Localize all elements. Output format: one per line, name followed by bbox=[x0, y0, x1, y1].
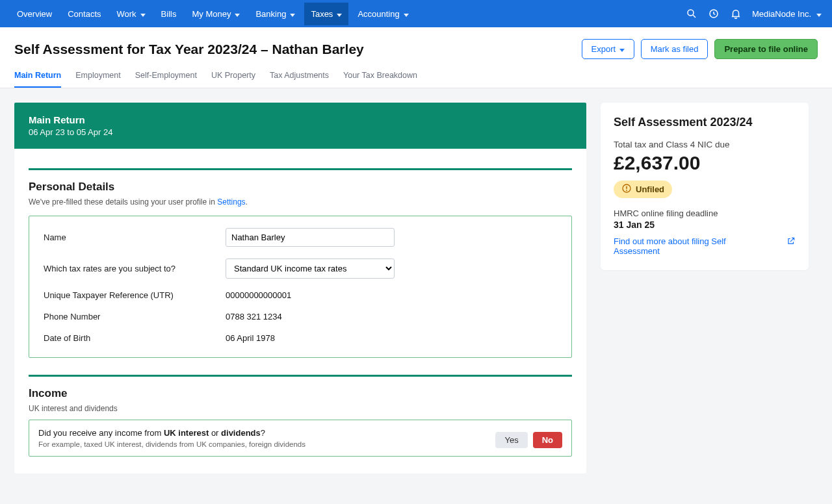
name-label: Name bbox=[44, 233, 226, 242]
utr-label: Unique Taxpayer Reference (UTR) bbox=[44, 290, 226, 300]
nav-banking[interactable]: Banking bbox=[249, 3, 302, 25]
name-input[interactable] bbox=[226, 228, 395, 247]
phone-value: 0788 321 1234 bbox=[226, 312, 557, 321]
personal-details-heading: Personal Details bbox=[29, 181, 572, 194]
prepare-to-file-button[interactable]: Prepare to file online bbox=[714, 39, 818, 59]
tab-uk-property[interactable]: UK Property bbox=[211, 64, 255, 88]
personal-details-subtext: We've pre-filled these details using you… bbox=[29, 197, 572, 207]
nav-work[interactable]: Work bbox=[110, 3, 152, 25]
summary-amount: £2,637.00 bbox=[614, 152, 796, 174]
income-yes-button[interactable]: Yes bbox=[495, 432, 527, 448]
summary-card: Self Assessment 2023/24 Total tax and Cl… bbox=[601, 103, 809, 270]
tab-tax-adjustments[interactable]: Tax Adjustments bbox=[270, 64, 329, 88]
svg-line-1 bbox=[693, 15, 696, 18]
summary-due-label: Total tax and Class 4 NIC due bbox=[614, 140, 796, 149]
search-icon[interactable] bbox=[686, 8, 697, 19]
tab-main-return[interactable]: Main Return bbox=[14, 64, 61, 88]
income-no-button[interactable]: No bbox=[533, 432, 562, 448]
nav-taxes[interactable]: Taxes bbox=[304, 3, 348, 25]
deadline-date: 31 Jan 25 bbox=[614, 220, 796, 230]
income-heading: Income bbox=[29, 387, 572, 400]
utr-value: 00000000000001 bbox=[226, 290, 557, 300]
income-question-hint: For example, taxed UK interest, dividend… bbox=[38, 440, 486, 448]
nav-accounting[interactable]: Accounting bbox=[351, 3, 415, 25]
banner-period: 06 Apr 23 to 05 Apr 24 bbox=[29, 127, 572, 137]
summary-title: Self Assessment 2023/24 bbox=[614, 116, 796, 129]
svg-point-0 bbox=[688, 10, 694, 16]
income-subheading: UK interest and dividends bbox=[29, 404, 572, 413]
period-banner: Main Return 06 Apr 23 to 05 Apr 24 bbox=[14, 103, 586, 149]
bell-icon[interactable] bbox=[730, 8, 742, 19]
tab-self-employment[interactable]: Self-Employment bbox=[135, 64, 197, 88]
deadline-label: HMRC online filing deadline bbox=[614, 208, 796, 218]
dob-value: 06 April 1978 bbox=[226, 333, 557, 343]
external-link-icon bbox=[786, 236, 796, 247]
status-badge: Unfiled bbox=[614, 181, 672, 198]
nav-overview[interactable]: Overview bbox=[10, 3, 58, 25]
nav-my-money[interactable]: My Money bbox=[185, 3, 246, 25]
nav-bills[interactable]: Bills bbox=[155, 3, 183, 25]
tab-employment[interactable]: Employment bbox=[75, 64, 120, 88]
personal-details-form: Name Which tax rates are you subject to?… bbox=[29, 216, 572, 358]
export-button[interactable]: Export bbox=[582, 39, 634, 59]
learn-more-link[interactable]: Find out more about filing Self Assessme… bbox=[614, 236, 796, 256]
warning-icon bbox=[621, 183, 632, 195]
settings-link[interactable]: Settings bbox=[217, 197, 245, 207]
clock-icon[interactable] bbox=[708, 8, 720, 19]
tab-tax-breakdown[interactable]: Your Tax Breakdown bbox=[343, 64, 417, 88]
tax-rates-select[interactable]: Standard UK income tax rates bbox=[226, 258, 395, 279]
nav-contacts[interactable]: Contacts bbox=[61, 3, 107, 25]
dob-label: Date of Birth bbox=[44, 333, 226, 343]
svg-point-5 bbox=[626, 190, 627, 191]
company-selector[interactable]: MediaNode Inc. bbox=[752, 9, 822, 19]
income-question: Did you receive any income from UK inter… bbox=[38, 428, 486, 438]
tax-rates-label: Which tax rates are you subject to? bbox=[44, 264, 226, 273]
section-tabs: Main Return Employment Self-Employment U… bbox=[0, 64, 832, 88]
mark-as-filed-button[interactable]: Mark as filed bbox=[641, 39, 708, 59]
phone-label: Phone Number bbox=[44, 312, 226, 321]
top-nav: Overview Contacts Work Bills My Money Ba… bbox=[0, 0, 832, 27]
page-header: Self Assessment for Tax Year 2023/24 – N… bbox=[0, 27, 832, 64]
banner-title: Main Return bbox=[29, 114, 572, 125]
income-question-box: Did you receive any income from UK inter… bbox=[29, 420, 572, 457]
page-title: Self Assessment for Tax Year 2023/24 – N… bbox=[14, 42, 364, 57]
